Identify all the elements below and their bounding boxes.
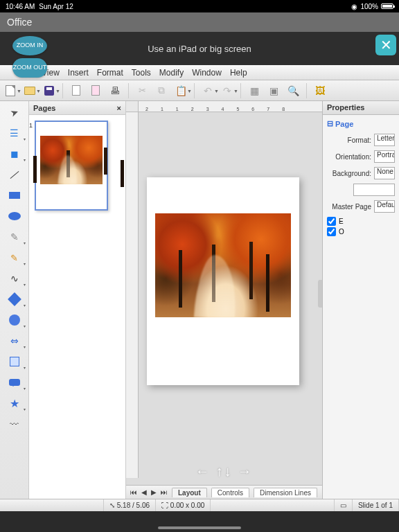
scissors-icon: ✂ [139,85,146,96]
status-bar: ⤡ 5.18 / 5.06 ⛶ 0.00 x 0.00 ▭ Slide 1 of… [0,499,399,511]
copy-icon: ⧉ [158,85,165,96]
new-doc-button[interactable]: ▼ [3,83,18,98]
line-icon [10,170,19,178]
pages-close-button[interactable]: × [117,104,121,112]
tab-controls[interactable]: Controls [211,488,249,497]
line-tool[interactable] [5,168,24,181]
zoom-out-button[interactable]: ZOOM OUT [12,58,47,78]
app-title-bar: Office [0,12,399,32]
canvas-area[interactable]: 21 123 456 78 ← ↑↓ → ⏮ ◀ ▶ ⏭ Layout Cont… [126,101,323,499]
menu-help[interactable]: Help [230,68,247,78]
layers-icon: ☰ [10,127,19,139]
undo-button[interactable]: ↶▼ [200,83,215,98]
master-select[interactable]: Default [374,200,395,213]
pencil-icon: ✎ [10,253,18,263]
redo-button[interactable]: ↷▼ [220,83,235,98]
view-tabs-row: ⏮ ◀ ▶ ⏭ Layout Controls Dimension Lines [126,485,322,499]
check-e[interactable] [327,217,336,226]
format-select[interactable]: Letter [374,134,395,146]
arrow-tool[interactable]: ⇔▾ [5,334,24,348]
status-time: 10:46 AM [6,3,35,10]
pencil-tool[interactable]: ✎▾ [5,251,24,265]
magnifier-icon: 🔍 [287,85,299,96]
star-tool[interactable]: ★▾ [5,396,24,410]
tab-dimension[interactable]: Dimension Lines [254,488,317,497]
status-coords: 5.18 / 5.06 [117,502,150,509]
home-indicator[interactable] [158,526,241,529]
star-icon: ★ [10,397,19,410]
print-preview-button[interactable] [88,83,103,98]
app-title: Office [7,17,32,28]
layout-icon[interactable]: ▭ [340,502,346,509]
cut-button[interactable]: ✂ [134,83,150,98]
properties-panel: Properties ⊟Page Format:Letter Orientati… [323,101,399,499]
ruler-corner [126,101,139,112]
smiley-tool[interactable]: ▾ [5,313,24,327]
zoom-button[interactable]: 🔍 [285,83,301,98]
work-area: ➤ ☰▾ ◼▾ ✎▾ ✎▾ ∿▾ ▾ ▾ ⇔▾ ▾ ▾ ★▾ 〰 Pages × [0,101,399,499]
menu-bar: View Insert Format Tools Modify Window H… [0,65,399,80]
menu-format[interactable]: Format [97,68,123,78]
copy-button[interactable]: ⧉ [154,83,169,98]
grid-button[interactable]: ▦ [247,83,262,98]
menu-tools[interactable]: Tools [132,68,151,78]
ellipse-tool[interactable] [5,209,24,223]
slide-page[interactable] [147,177,299,385]
box3d-tool[interactable]: ▾ [5,355,24,369]
zoom-in-button[interactable]: ZOOM IN [12,36,47,55]
save-button[interactable]: ▼ [42,83,57,98]
rectangle-tool[interactable] [5,188,24,202]
hint-text: Use an iPad or big screen [148,44,251,54]
close-hint-button[interactable]: ✕ [375,35,396,55]
arrow-icon: ⇔ [10,335,19,346]
curve-icon: ∿ [10,273,19,284]
print-button[interactable]: 🖶 [107,83,123,98]
page-icon [91,85,100,96]
thumb-number: 1 [29,122,33,129]
freeform-tool[interactable]: ✎▾ [5,230,24,244]
nav-first[interactable]: ⏮ [130,488,137,496]
document-icon [6,85,15,96]
page-thumbnail[interactable]: 1 [35,121,108,211]
check-o[interactable] [327,227,336,236]
app-frame: View Insert Format Tools Modify Window H… [0,65,399,511]
nav-prev[interactable]: ◀ [141,488,147,496]
insert-button[interactable] [353,184,395,196]
curve-tool[interactable]: ∿▾ [5,272,24,285]
image-button[interactable]: 🖼 [312,83,328,98]
save-icon [44,86,54,96]
shape-tool[interactable]: ◼▾ [5,147,24,161]
status-date: Sun Apr 12 [39,3,73,10]
open-button[interactable]: ▼ [22,83,37,98]
nav-next[interactable]: ▶ [151,488,157,496]
text-tool[interactable]: 〰 [5,417,24,431]
device-status-bar: 10:46 AM Sun Apr 12 ◉ 100% [0,0,399,12]
right-panel-grip[interactable] [318,280,322,308]
menu-insert[interactable]: Insert [68,68,89,78]
format-label: Format: [348,136,371,144]
left-toolbox: ➤ ☰▾ ◼▾ ✎▾ ✎▾ ∿▾ ▾ ▾ ⇔▾ ▾ ▾ ★▾ 〰 [0,101,29,499]
status-size: 0.00 x 0.00 [170,502,204,509]
cursor-icon: ➤ [8,105,20,118]
size-icon: ⛶ [161,502,168,509]
properties-section-page[interactable]: ⊟Page [327,118,395,130]
smiley-icon [9,314,20,326]
crop-button[interactable]: ▣ [266,83,281,98]
battery-icon [381,3,393,9]
background-select[interactable]: None [374,167,395,179]
menu-modify[interactable]: Modify [159,68,184,78]
main-toolbar: ▼ ▼ ▼ 🖶 ✂ ⧉ 📋▼ ↶▼ ↷▼ ▦ ▣ 🔍 🖼 [0,80,399,101]
diamond-tool[interactable]: ▾ [5,292,24,306]
menu-window[interactable]: Window [192,68,222,78]
ellipse-icon [8,212,21,220]
export-pdf-button[interactable] [69,83,84,98]
nav-last[interactable]: ⏭ [161,488,168,496]
orientation-select[interactable]: Portrait [374,150,395,163]
slide-image[interactable] [155,213,291,317]
select-tool[interactable]: ➤ [5,105,24,119]
tab-layout[interactable]: Layout [172,488,207,497]
paste-button[interactable]: 📋▼ [173,83,188,98]
layers-tool[interactable]: ☰▾ [5,126,24,140]
clipboard-icon: 📋 [175,85,187,96]
callout-tool[interactable]: ▾ [5,375,24,389]
